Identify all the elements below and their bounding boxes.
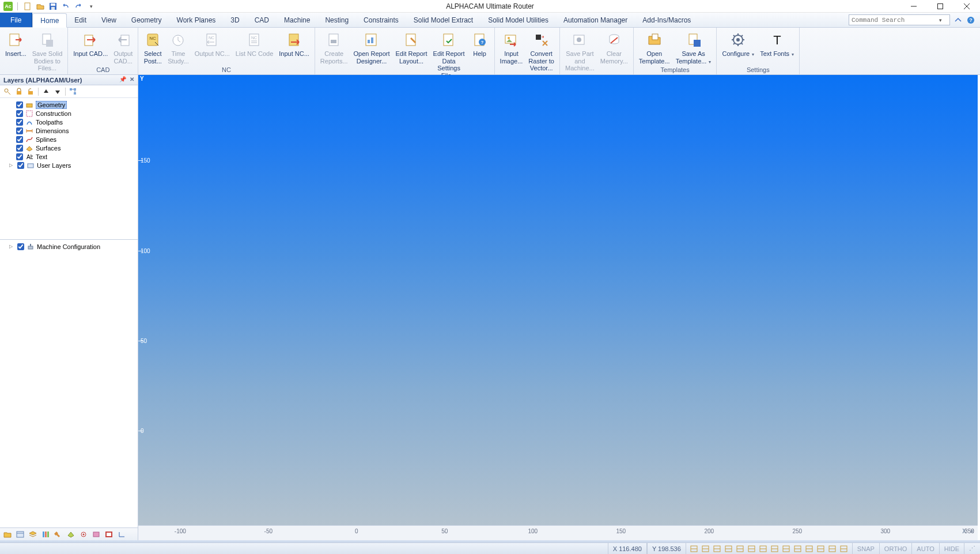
layer-visibility-checkbox[interactable]: [16, 119, 23, 126]
ribbon-open-template-button[interactable]: OpenTemplate...: [636, 29, 673, 66]
ribbon-save-as-template-button[interactable]: Save AsTemplate... ▾: [673, 29, 714, 66]
ribbon-edit-report-layout-button[interactable]: Edit ReportLayout...: [393, 29, 430, 66]
panel-close-icon[interactable]: ✕: [128, 76, 135, 82]
tab-automation-manager[interactable]: Automation Manager: [556, 13, 635, 27]
search-dropdown-icon[interactable]: ▾: [936, 17, 945, 23]
tab-machine[interactable]: Machine: [277, 13, 317, 27]
ribbon-insert-button[interactable]: Insert...: [2, 29, 29, 59]
machine-tree[interactable]: Machine Configuration: [0, 240, 138, 527]
tab-geometry[interactable]: Geometry: [124, 13, 169, 27]
ribbon-help-button[interactable]: ?Help: [468, 29, 492, 59]
tab-file[interactable]: File: [0, 13, 32, 27]
ribbon-text-fonts-button[interactable]: TText Fonts ▾: [757, 29, 797, 59]
status-resize-grip-icon[interactable]: ⋰: [964, 543, 980, 554]
status-toggle-auto[interactable]: AUTO: [911, 543, 939, 554]
layer-visibility-checkbox[interactable]: [16, 136, 23, 143]
close-button[interactable]: [953, 0, 980, 13]
tab-home[interactable]: Home: [32, 13, 67, 28]
tree-node-construction[interactable]: Construction: [1, 109, 137, 118]
tab-cad[interactable]: CAD: [247, 13, 277, 27]
tab-nesting[interactable]: Nesting: [317, 13, 356, 27]
status-toggle-snap[interactable]: SNAP: [852, 543, 879, 554]
tab-add-ins-macros[interactable]: Add-Ins/Macros: [635, 13, 698, 27]
ribbon-select-post-button[interactable]: NCSelectPost...: [141, 29, 165, 66]
layers-tree-icon[interactable]: [68, 86, 78, 97]
redo-icon[interactable]: [73, 1, 84, 12]
tree-node-user-layers[interactable]: User Layers: [1, 161, 137, 169]
ribbon-convert-raster-to-vector-button[interactable]: ConvertRaster toVector...: [525, 29, 557, 74]
status-snap-icon[interactable]: [828, 545, 837, 553]
command-search[interactable]: ▾: [849, 14, 950, 25]
view-tab-planes-icon[interactable]: [65, 529, 77, 540]
view-tab-ops-icon[interactable]: [14, 529, 26, 540]
status-toggle-hide[interactable]: HIDE: [939, 543, 964, 554]
qat-customize-icon[interactable]: ▾: [86, 1, 96, 12]
view-tab-project-icon[interactable]: [2, 529, 13, 540]
maximize-button[interactable]: [927, 0, 953, 13]
tab-3d[interactable]: 3D: [223, 13, 247, 27]
ribbon-configure-button[interactable]: Configure ▾: [719, 29, 757, 59]
layer-visibility-checkbox[interactable]: [16, 145, 23, 152]
layers-unlock-icon[interactable]: [25, 86, 36, 97]
view-tab-features-icon[interactable]: [90, 529, 102, 540]
status-box2-icon[interactable]: [770, 545, 780, 553]
layer-visibility-checkbox[interactable]: [17, 162, 24, 169]
viewport[interactable]: Y 150100500 X ✕ -100-5005010015020025030…: [138, 75, 980, 540]
view-tab-render-icon[interactable]: [103, 529, 115, 540]
tree-node-machine-configuration[interactable]: Machine Configuration: [1, 242, 137, 251]
save-icon[interactable]: [48, 1, 58, 12]
tab-edit[interactable]: Edit: [67, 13, 94, 27]
ribbon-input-cad-button[interactable]: Input CAD...: [70, 29, 111, 59]
status-plane-icon[interactable]: [747, 545, 756, 553]
view-tab-tool-icon[interactable]: [52, 529, 64, 540]
view-tab-styles-icon[interactable]: [40, 529, 51, 540]
tab-constraints[interactable]: Constraints: [356, 13, 406, 27]
view-tab-origin-icon[interactable]: [78, 529, 89, 540]
status-xy-icon[interactable]: [701, 545, 710, 553]
status-axis-icon[interactable]: [736, 545, 745, 553]
ribbon-input-image-button[interactable]: InputImage...: [497, 29, 526, 66]
status-home-icon[interactable]: [690, 545, 699, 553]
help-icon[interactable]: ?: [966, 16, 975, 25]
command-search-input[interactable]: [849, 17, 936, 24]
status-box1-icon[interactable]: [759, 545, 768, 553]
view-tab-axis-icon[interactable]: [116, 529, 127, 540]
status-cube-icon[interactable]: [805, 545, 814, 553]
layer-visibility-checkbox[interactable]: [17, 243, 24, 250]
layers-tree[interactable]: GeometryConstructionToolpathsDimensionsS…: [0, 98, 138, 240]
tree-node-text[interactable]: AbText: [1, 152, 137, 161]
status-cs-icon[interactable]: [724, 545, 733, 553]
layer-visibility-checkbox[interactable]: [16, 110, 23, 117]
undo-icon[interactable]: [60, 1, 71, 12]
tree-node-surfaces[interactable]: Surfaces: [1, 144, 137, 152]
status-box3-icon[interactable]: [782, 545, 791, 553]
layer-visibility-checkbox[interactable]: [16, 101, 23, 108]
tree-node-geometry[interactable]: Geometry: [1, 100, 137, 109]
layers-down-icon[interactable]: [52, 86, 63, 97]
tab-work-planes[interactable]: Work Planes: [169, 13, 224, 27]
tree-node-toolpaths[interactable]: Toolpaths: [1, 118, 137, 126]
minimize-ribbon-icon[interactable]: [953, 16, 963, 25]
layer-visibility-checkbox[interactable]: [16, 153, 23, 160]
ribbon-open-report-designer-button[interactable]: Open ReportDesigner...: [351, 29, 393, 66]
status-rect-icon[interactable]: [839, 545, 849, 553]
tab-solid-model-extract[interactable]: Solid Model Extract: [406, 13, 480, 27]
ribbon-edit-report-data-settings-file-button[interactable]: Edit ReportDataSettingsFile...: [430, 29, 468, 81]
panel-pin-icon[interactable]: 📌: [119, 76, 126, 82]
status-star-icon[interactable]: [816, 545, 826, 553]
status-toggle-ortho[interactable]: ORTHO: [879, 543, 912, 554]
status-move-icon[interactable]: [713, 545, 722, 553]
tab-view[interactable]: View: [94, 13, 124, 27]
layers-up-icon[interactable]: [41, 86, 51, 97]
layers-find-icon[interactable]: [2, 86, 13, 97]
status-tri-icon[interactable]: [793, 545, 803, 553]
tree-node-splines[interactable]: Splines: [1, 135, 137, 144]
tab-solid-model-utilities[interactable]: Solid Model Utilities: [480, 13, 556, 27]
minimize-button[interactable]: [900, 0, 927, 13]
layer-visibility-checkbox[interactable]: [16, 127, 23, 134]
ribbon-input-nc-button[interactable]: Input NC...: [276, 29, 312, 59]
view-tab-layers-icon[interactable]: [27, 529, 39, 540]
tree-node-dimensions[interactable]: Dimensions: [1, 126, 137, 135]
layers-lock-icon[interactable]: [14, 86, 24, 97]
new-icon[interactable]: [22, 1, 33, 12]
